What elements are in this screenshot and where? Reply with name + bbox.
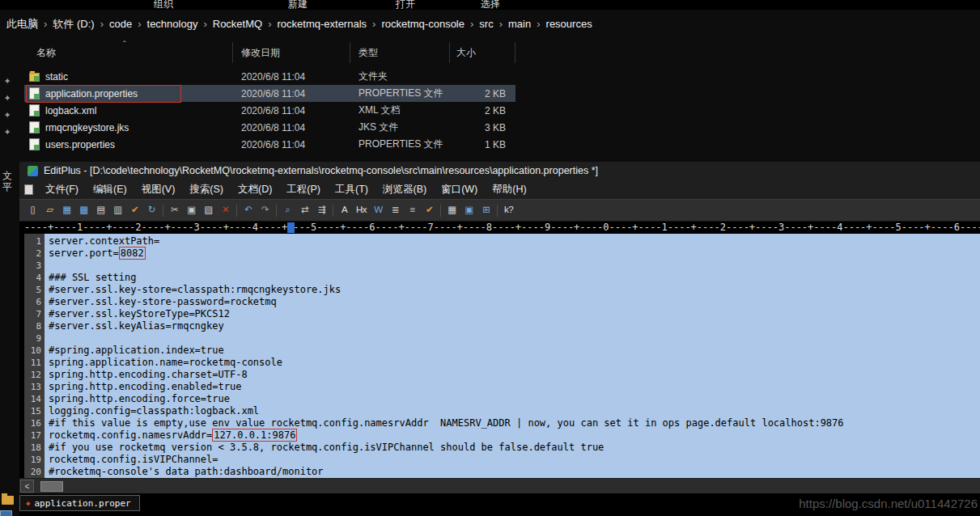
menu-item[interactable]: 帮助(H) <box>485 183 533 197</box>
breadcrumb-item[interactable]: RocketMQ <box>213 18 262 30</box>
syntax-check-icon[interactable]: ✔ <box>421 202 438 218</box>
redo-icon[interactable]: ↷ <box>257 202 274 218</box>
breadcrumb-item[interactable]: technology <box>147 18 198 30</box>
code-line[interactable]: 18 #if you use rocketmq version < 3.5.8,… <box>24 442 980 454</box>
title-bar[interactable]: EditPlus - [D:\code\technology\RocketMQ\… <box>19 162 980 180</box>
table-row[interactable]: static 2020/6/8 11:04 文件夹 <box>24 68 515 85</box>
table-row[interactable]: logback.xml 2020/6/8 11:04 XML 文档 2 KB <box>24 102 515 119</box>
column-header-size[interactable]: 大小 <box>450 42 515 63</box>
toolbar-item[interactable] <box>234 202 240 218</box>
breadcrumb-item[interactable]: 软件 (D:) <box>53 17 94 32</box>
breadcrumb-item[interactable]: 此电脑 <box>6 17 38 32</box>
document-window-icon[interactable] <box>24 184 33 195</box>
code-line[interactable]: 15 logging.config=classpath:logback.xml <box>24 405 980 417</box>
column-header-date[interactable]: 修改日期 <box>233 42 350 63</box>
toolbar-item[interactable] <box>160 202 166 218</box>
code-segment: #server.ssl.keyStoreType=PKCS12 <box>49 308 230 319</box>
toolbar-item[interactable] <box>438 202 443 218</box>
code-editor[interactable]: 1 server.contextPath= 2 server.port=8082… <box>19 234 980 478</box>
menu-item[interactable]: 文件(F) <box>38 183 86 197</box>
scrollbar-thumb[interactable] <box>40 481 63 492</box>
menu-item[interactable]: 搜索(S) <box>182 183 231 197</box>
ribbon-group-label[interactable]: 选择 <box>481 0 500 10</box>
ribbon-group-label[interactable]: 新建 <box>288 0 308 10</box>
table-row[interactable]: users.properties 2020/6/8 11:04 PROPERTI… <box>24 136 515 153</box>
code-line[interactable]: 6 #server.ssl.key-store-password=rocketm… <box>24 296 980 308</box>
ribbon-group-label[interactable]: 打开 <box>396 0 415 10</box>
code-line[interactable]: 1 server.contextPath= <box>24 235 980 247</box>
cut-icon[interactable]: ✂ <box>166 202 183 218</box>
column-header-type[interactable]: 类型 <box>350 42 450 63</box>
spell-check-icon[interactable]: ✔ <box>126 202 143 218</box>
find-in-files-icon[interactable]: ⇶ <box>313 202 330 218</box>
code-line[interactable]: 8 #server.ssl.keyAlias=rmqcngkey <box>24 320 980 332</box>
hex-view-icon[interactable]: Hx <box>353 202 370 218</box>
code-line[interactable]: 11 spring.application.name=rocketmq-cons… <box>24 357 980 369</box>
breadcrumb-item[interactable]: code <box>109 18 132 30</box>
save-icon[interactable]: ▦ <box>58 202 75 218</box>
pin-icon[interactable]: ✦ <box>0 107 15 124</box>
undo-icon[interactable]: ↶ <box>240 202 257 218</box>
code-line[interactable]: 20 #rocketmq-console's data path:dashboa… <box>24 466 980 478</box>
code-line[interactable]: 5 #server.ssl.key-store=classpath:rmqcng… <box>24 284 980 296</box>
folder-icon[interactable] <box>2 496 14 505</box>
file-type: JKS 文件 <box>350 121 450 134</box>
replace-icon[interactable]: ⇄ <box>296 202 313 218</box>
pin-icon[interactable]: ✦ <box>0 90 15 107</box>
char-table-icon[interactable]: ≡ <box>404 202 421 218</box>
word-wrap-icon[interactable]: W <box>370 202 387 218</box>
code-line[interactable]: 14 spring.http.encoding.force=true <box>24 393 980 405</box>
toolbar-item[interactable] <box>274 202 279 218</box>
document-tab[interactable]: ◆ application.proper <box>19 495 140 511</box>
menu-item[interactable]: 文档(D) <box>231 183 279 197</box>
breadcrumb-item[interactable]: rocketmq-console <box>381 18 465 30</box>
code-line[interactable]: 10 #spring.application.index=true <box>24 345 980 357</box>
line-numbers-icon[interactable]: ≣ <box>387 202 404 218</box>
toolbar-item[interactable] <box>494 202 500 218</box>
browser-view-icon[interactable]: ▣ <box>460 202 477 218</box>
code-line[interactable]: 4 ### SSL setting <box>24 272 980 284</box>
context-help-icon[interactable]: k? <box>500 202 517 218</box>
pin-icon[interactable]: ✦ <box>0 124 15 141</box>
menu-item[interactable]: 窗口(W) <box>434 183 485 197</box>
breadcrumb-item[interactable]: resources <box>546 18 592 30</box>
font-icon[interactable]: A <box>336 202 353 218</box>
menu-item[interactable]: 编辑(E) <box>86 183 134 197</box>
code-line[interactable]: 9 <box>24 332 980 345</box>
open-file-icon[interactable]: ▱ <box>41 202 58 218</box>
menu-item[interactable]: 浏览器(B) <box>375 183 434 197</box>
code-line[interactable]: 3 <box>24 260 980 272</box>
fullscreen-icon[interactable]: ⊞ <box>477 202 494 218</box>
breadcrumb-item[interactable]: rocketmq-externals <box>278 18 367 30</box>
scroll-left-button[interactable]: < <box>20 480 34 493</box>
code-line[interactable]: 7 #server.ssl.keyStoreType=PKCS12 <box>24 308 980 320</box>
menu-item[interactable]: 工具(T) <box>328 183 375 197</box>
code-line[interactable]: 12 spring.http.encoding.charset=UTF-8 <box>24 369 980 381</box>
html-toolbar-icon[interactable]: ▦ <box>443 202 460 218</box>
toolbar-item[interactable] <box>330 202 336 218</box>
ribbon-group-label[interactable]: 组织 <box>154 0 173 10</box>
menu-item[interactable]: 视图(V) <box>134 183 183 197</box>
code-line[interactable]: 2 server.port=8082 <box>24 247 980 260</box>
reload-icon[interactable]: ↻ <box>143 202 160 218</box>
breadcrumb-item[interactable]: src <box>479 18 493 30</box>
code-line[interactable]: 16 #if this value is empty,use env value… <box>24 417 980 429</box>
code-line[interactable]: 13 spring.http.encoding.enabled=true <box>24 381 980 393</box>
delete-icon[interactable]: ✕ <box>217 202 234 218</box>
table-row[interactable]: rmqcngkeystore.jks 2020/6/8 11:04 JKS 文件… <box>24 119 515 136</box>
pin-icon[interactable]: ✦ <box>0 73 15 90</box>
copy-icon[interactable]: ▣ <box>183 202 200 218</box>
print-icon[interactable]: ▥ <box>109 202 126 218</box>
table-row[interactable]: application.properties 2020/6/8 11:04 PR… <box>24 85 515 102</box>
code-line[interactable]: 19 rocketmq.config.isVIPChannel= <box>24 454 980 466</box>
horizontal-scrollbar[interactable]: < <box>19 478 980 493</box>
find-icon[interactable]: ⌕ <box>279 202 296 218</box>
new-file-icon[interactable]: ▯ <box>24 202 41 218</box>
column-header-name[interactable]: ˆ 名称 <box>24 42 233 63</box>
save-all-icon[interactable]: ▩ <box>75 202 92 218</box>
print-preview-icon[interactable]: ▤ <box>92 202 109 218</box>
menu-item[interactable]: 工程(P) <box>279 183 328 197</box>
breadcrumb-item[interactable]: main <box>508 18 531 30</box>
paste-icon[interactable]: ▨ <box>200 202 217 218</box>
code-line[interactable]: 17 rocketmq.config.namesrvAddr=127.0.0.1… <box>24 429 980 442</box>
